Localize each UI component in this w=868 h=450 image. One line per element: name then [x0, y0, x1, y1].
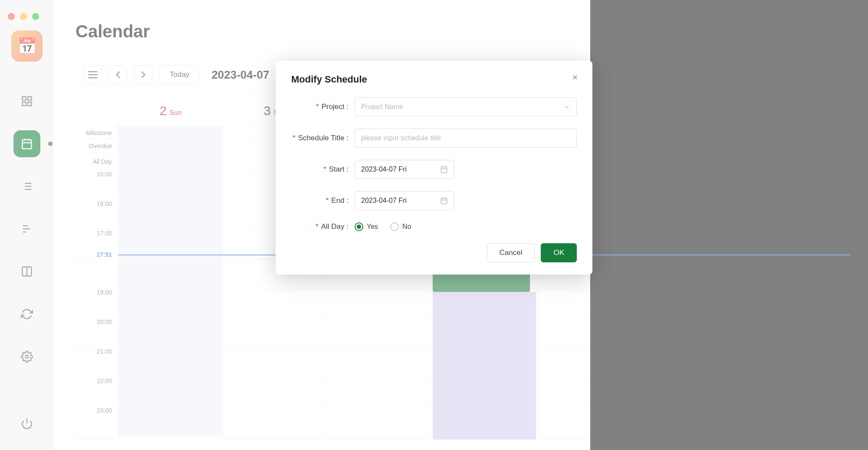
- end-date-input[interactable]: 2023-04-07 Fri: [355, 191, 454, 210]
- svg-rect-26: [441, 167, 447, 173]
- modal-title: Modify Schedule: [291, 74, 577, 85]
- end-date-value: 2023-04-07 Fri: [361, 197, 407, 205]
- schedule-title-label: *Schedule Title :: [291, 134, 355, 142]
- form-row-project: *Project : Project Name: [291, 97, 577, 116]
- start-date-value: 2023-04-07 Fri: [361, 165, 407, 173]
- radio-dot-unchecked: [390, 222, 399, 231]
- calendar-small-icon: [440, 197, 448, 205]
- all-day-radio-group: Yes No: [355, 222, 411, 231]
- form-row-schedule-title: *Schedule Title :: [291, 129, 577, 148]
- radio-dot-checked: [355, 222, 363, 231]
- cancel-button[interactable]: Cancel: [487, 243, 535, 262]
- project-placeholder: Project Name: [361, 103, 403, 111]
- modal-actions: Cancel OK: [291, 243, 577, 262]
- close-icon: [571, 73, 579, 81]
- calendar-small-icon: [440, 165, 448, 173]
- end-label: *End :: [291, 196, 355, 205]
- ok-button[interactable]: OK: [541, 243, 577, 262]
- form-row-start: *Start : 2023-04-07 Fri: [291, 160, 577, 179]
- all-day-label: *All Day :: [291, 222, 355, 231]
- all-day-no-radio[interactable]: No: [390, 222, 411, 231]
- project-select[interactable]: Project Name: [355, 97, 577, 116]
- modal-close-button[interactable]: [569, 71, 581, 83]
- form-row-end: *End : 2023-04-07 Fri: [291, 191, 577, 210]
- schedule-title-input[interactable]: [355, 129, 577, 148]
- modify-schedule-modal: Modify Schedule *Project : Project Name …: [276, 61, 592, 275]
- start-label: *Start :: [291, 165, 355, 174]
- form-row-all-day: *All Day : Yes No: [291, 222, 577, 231]
- chevron-down-icon: [563, 103, 570, 110]
- svg-rect-30: [441, 198, 447, 204]
- all-day-yes-radio[interactable]: Yes: [355, 222, 378, 231]
- project-label: *Project :: [291, 103, 355, 111]
- start-date-input[interactable]: 2023-04-07 Fri: [355, 160, 454, 179]
